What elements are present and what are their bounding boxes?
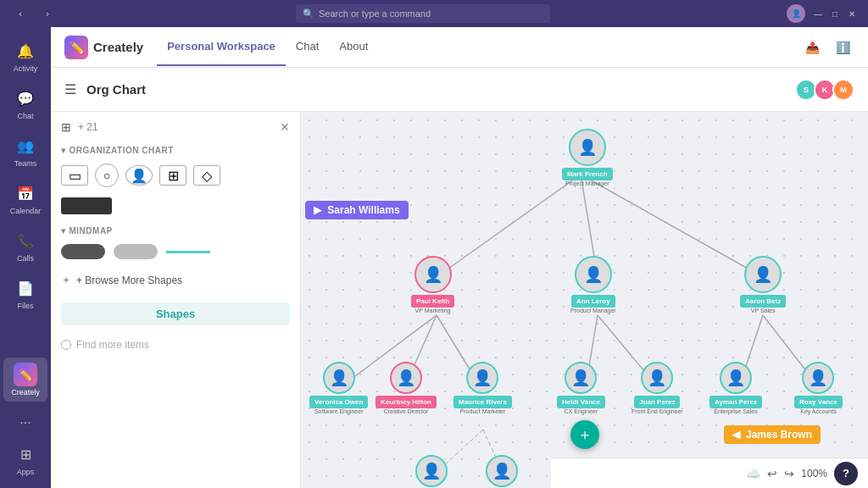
app-shell: 🔔 Activity 💬 Chat 👥 Teams 📅 Calendar 📞 C… bbox=[0, 27, 868, 488]
label-paul-keith: Paul Keith bbox=[411, 295, 454, 308]
avatar-mark-french: 👤 bbox=[569, 129, 606, 166]
shape-diamond-tool[interactable]: ◇ bbox=[193, 165, 220, 186]
shape-circle-tool[interactable]: ○ bbox=[95, 164, 119, 187]
panel-close-button[interactable]: ✕ bbox=[280, 120, 290, 134]
sidebar-item-teams[interactable]: 👥 Teams bbox=[3, 129, 47, 173]
browse-shapes-button[interactable]: ＋ + Browse More Shapes bbox=[51, 264, 300, 296]
collab-avatar-3: M bbox=[832, 79, 854, 101]
more-menu-button[interactable]: ... bbox=[19, 405, 31, 434]
mindmap-line bbox=[166, 251, 210, 253]
node-vivien-wills: 👤 Vivien Wills Video Production bbox=[408, 455, 455, 488]
label-kourtney-hilton: Kourtney Hilton bbox=[376, 396, 437, 408]
mindmap-shapes bbox=[51, 239, 300, 264]
minimize-button[interactable]: — bbox=[810, 6, 826, 21]
tab-chat[interactable]: Chat bbox=[286, 28, 329, 66]
avatar-roxy-vance: 👤 bbox=[802, 362, 834, 394]
tab-personal-workspace[interactable]: Personal Workspace bbox=[157, 28, 286, 66]
mindmap-chevron-icon: ▾ bbox=[61, 226, 66, 236]
avatar-maurice-rivers: 👤 bbox=[466, 362, 498, 394]
creately-icon: ✏️ bbox=[14, 363, 37, 386]
cursor-icon: ▶ bbox=[314, 204, 321, 216]
avatar-aaron-betz: 👤 bbox=[744, 256, 782, 293]
avatar-veronica-owen: 👤 bbox=[323, 362, 355, 394]
tooltip-james-brown: ◀ James Brown bbox=[724, 425, 821, 444]
close-button[interactable]: ✕ bbox=[844, 6, 860, 21]
cursor-icon-2: ◀ bbox=[732, 429, 740, 441]
logo-icon: ✏️ bbox=[64, 36, 88, 59]
sidebar-item-calls[interactable]: 📞 Calls bbox=[3, 224, 47, 268]
calls-icon: 📞 bbox=[17, 233, 34, 249]
sidebar-item-activity[interactable]: 🔔 Activity bbox=[3, 34, 47, 78]
sidebar-item-files-label: Files bbox=[17, 302, 33, 310]
panel-tabs: ⊞ + 21 bbox=[61, 120, 98, 134]
maximize-button[interactable]: □ bbox=[827, 6, 843, 21]
activity-icon: 🔔 bbox=[17, 43, 34, 59]
avatar-paul-keith: 👤 bbox=[415, 256, 452, 293]
role-ann-leroy: Product Manager bbox=[570, 308, 616, 313]
node-kourtney-hilton: 👤 Kourtney Hilton Creative Director bbox=[376, 362, 437, 414]
bottom-bar: ☁️ ↩ ↪ 100% ? bbox=[551, 458, 868, 488]
cloud-icon[interactable]: ☁️ bbox=[746, 467, 760, 480]
canvas-area[interactable]: 👤 Mark French Project Manager 👤 Paul Kei… bbox=[301, 112, 868, 488]
sidebar-item-creately[interactable]: ✏️ Creately bbox=[3, 358, 47, 402]
node-heidi-vance: 👤 Heidi Vance CX Engineer bbox=[557, 362, 605, 414]
sidebar-item-calls-label: Calls bbox=[17, 254, 34, 263]
node-root: 👤 Mark French Project Manager bbox=[562, 129, 613, 186]
sidebar-item-teams-label: Teams bbox=[14, 159, 37, 168]
label-maurice-rivers: Maurice Rivers bbox=[453, 396, 512, 408]
avatar-ayman-perez: 👤 bbox=[720, 362, 752, 394]
org-chart-label: ORGANIZATION CHART bbox=[70, 146, 174, 155]
role-kourtney-hilton: Creative Director bbox=[384, 408, 429, 414]
label-roxy-vance: Roxy Vance bbox=[794, 396, 843, 408]
find-items[interactable]: Find more items bbox=[51, 332, 300, 358]
info-icon[interactable]: ℹ️ bbox=[831, 36, 854, 59]
redo-icon[interactable]: ↪ bbox=[784, 467, 794, 480]
chevron-down-icon: ▾ bbox=[61, 146, 66, 155]
calendar-icon: 📅 bbox=[17, 186, 34, 202]
tooltip-james-brown-label: James Brown bbox=[746, 429, 812, 441]
title-bar-search[interactable]: 🔍 Search or type a command bbox=[296, 4, 550, 23]
label-ann-leroy: Ann Leroy bbox=[571, 295, 615, 308]
shape-person-tool[interactable]: 👤 bbox=[125, 165, 153, 186]
files-icon: 📄 bbox=[17, 280, 34, 297]
undo-icon[interactable]: ↩ bbox=[767, 467, 777, 480]
avatar-mike-smith: 👤 bbox=[486, 455, 518, 487]
mindmap-label: MINDMAP bbox=[70, 226, 113, 236]
role-mark-french: Project Manager bbox=[565, 180, 609, 186]
help-button[interactable]: ? bbox=[834, 462, 858, 485]
sidebar-item-calendar[interactable]: 📅 Calendar bbox=[3, 176, 47, 220]
nav-forward-button[interactable]: › bbox=[36, 5, 59, 22]
node-roxy-vance: 👤 Roxy Vance Key Accounts bbox=[794, 362, 843, 414]
share-icon[interactable]: 📤 bbox=[800, 36, 824, 59]
mindmap-section-label: ▾ MINDMAP bbox=[51, 219, 300, 239]
role-aaron-betz: VP Sales bbox=[751, 308, 776, 313]
mindmap-pill-light bbox=[114, 244, 158, 259]
browse-shapes-label: + Browse More Shapes bbox=[76, 274, 182, 286]
shape-preview bbox=[51, 192, 300, 219]
org-chart-section-label: ▾ ORGANIZATION CHART bbox=[51, 139, 300, 158]
sidebar-item-creately-label: Creately bbox=[11, 388, 40, 396]
fab-add-button[interactable]: ＋ bbox=[570, 420, 599, 449]
main-area: ✏️ Creately Personal Workspace Chat Abou… bbox=[51, 27, 868, 488]
label-ayman-perez: Ayman Perez bbox=[709, 396, 762, 408]
creately-logo: ✏️ Creately bbox=[64, 36, 143, 59]
avatar-vivien-wills: 👤 bbox=[415, 455, 448, 487]
sidebar-item-apps[interactable]: ⊞ Apps bbox=[3, 437, 47, 481]
shape-org-tool[interactable]: ⊞ bbox=[159, 165, 186, 186]
sidebar-item-files[interactable]: 📄 Files bbox=[3, 271, 47, 315]
shape-rect-tool[interactable]: ▭ bbox=[61, 165, 88, 186]
avatar-ann-leroy: 👤 bbox=[575, 256, 612, 293]
sidebar-item-chat[interactable]: 💬 Chat bbox=[3, 81, 47, 125]
collaborator-avatars: S K M bbox=[798, 79, 854, 101]
nav-back-button[interactable]: ‹ bbox=[8, 5, 32, 22]
label-aaron-betz: Aaron Betz bbox=[740, 295, 786, 308]
tooltip-sarah-williams-label: Sarah Williams bbox=[327, 204, 399, 216]
tab-about[interactable]: About bbox=[329, 28, 378, 66]
shapes-button[interactable]: Shapes bbox=[61, 302, 290, 325]
mindmap-pill-dark bbox=[61, 244, 105, 259]
node-paul-keith: 👤 Paul Keith VP Marketing bbox=[411, 256, 454, 313]
node-ayman-perez: 👤 Ayman Perez Enterprise Sales bbox=[709, 362, 762, 414]
role-paul-keith: VP Marketing bbox=[415, 308, 451, 313]
tooltip-sarah-williams: ▶ Sarah Williams bbox=[305, 201, 409, 219]
hamburger-button[interactable]: ☰ bbox=[64, 81, 76, 97]
